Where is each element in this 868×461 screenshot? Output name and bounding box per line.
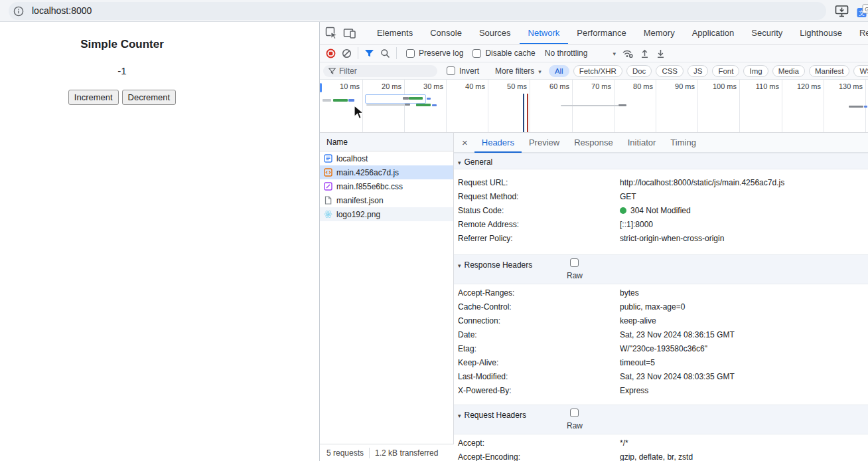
filter-chip-img[interactable]: Img xyxy=(743,65,768,77)
waterfall-bar-logo-wait xyxy=(849,106,863,108)
clear-network-log-icon[interactable] xyxy=(342,48,352,58)
request-name: logo192.png xyxy=(336,210,380,219)
filter-chip-js[interactable]: JS xyxy=(687,65,708,77)
timeline-tick: 50 ms xyxy=(490,82,527,90)
tab-elements[interactable]: Elements xyxy=(368,22,421,44)
filter-chip-font[interactable]: Font xyxy=(712,65,739,77)
header-key: Cache-Control: xyxy=(454,300,620,314)
tab-sources[interactable]: Sources xyxy=(470,22,520,44)
throttling-value: No throttling xyxy=(545,48,588,58)
export-har-icon[interactable] xyxy=(656,48,666,58)
increment-button[interactable]: Increment xyxy=(68,90,119,105)
tab-response[interactable]: Response xyxy=(567,133,620,152)
header-key: Accept-Encoding: xyxy=(454,450,620,461)
timeline-gridline xyxy=(782,80,782,133)
tab-initiator[interactable]: Initiator xyxy=(620,133,664,152)
send-to-device-icon[interactable] xyxy=(835,5,849,21)
general-section-header[interactable]: General xyxy=(454,153,868,169)
tab-memory[interactable]: Memory xyxy=(635,22,684,44)
address-bar[interactable] xyxy=(9,2,826,20)
filter-input[interactable] xyxy=(339,66,432,76)
filter-chip-fetchxhr[interactable]: Fetch/XHR xyxy=(573,65,622,77)
image-icon xyxy=(324,210,332,219)
import-har-icon[interactable] xyxy=(640,48,650,58)
url-text[interactable]: localhost:8000 xyxy=(32,5,92,16)
divider xyxy=(396,47,397,59)
details-tabbar: × Headers Preview Response Initiator Tim… xyxy=(454,133,868,153)
header-value: GET xyxy=(620,190,636,204)
column-header-name[interactable]: Name xyxy=(320,133,453,151)
network-overview-timeline[interactable]: 10 ms 20 ms 30 ms 40 ms 50 ms 60 ms 70 m… xyxy=(320,80,868,133)
record-network-log-icon[interactable] xyxy=(326,48,336,58)
timeline-tick: 30 ms xyxy=(406,82,443,90)
header-value: Sat, 23 Nov 2024 08:03:35 GMT xyxy=(620,370,735,384)
request-raw-checkbox[interactable] xyxy=(570,409,579,417)
request-row-manifest[interactable]: manifest.json xyxy=(320,193,453,207)
tab-preview[interactable]: Preview xyxy=(522,133,567,152)
browser-toolbar: localhost:8000 G文 xyxy=(0,0,868,22)
timeline-gridline xyxy=(404,80,405,133)
domcontentloaded-event-line xyxy=(523,94,524,132)
filter-chip-css[interactable]: CSS xyxy=(656,65,684,77)
header-row: Request Method:GET xyxy=(454,190,868,204)
device-toolbar-icon[interactable] xyxy=(343,27,356,39)
translate-icon[interactable]: G文 xyxy=(857,4,868,21)
header-row: Referrer Policy:strict-origin-when-cross… xyxy=(454,232,868,246)
filter-chip-media[interactable]: Media xyxy=(772,65,805,77)
request-row-localhost[interactable]: localhost xyxy=(320,151,453,165)
stylesheet-icon xyxy=(324,182,332,191)
response-raw-checkbox[interactable] xyxy=(570,258,579,267)
request-row-maincss[interactable]: main.f855e6bc.css xyxy=(320,179,453,193)
preserve-log-checkbox[interactable] xyxy=(406,49,415,58)
disable-cache-checkbox[interactable] xyxy=(472,49,481,58)
filter-icon[interactable] xyxy=(364,49,374,58)
tab-security[interactable]: Security xyxy=(743,22,791,44)
transferred-size: 1.2 kB transferred xyxy=(375,448,438,458)
response-headers-section-header[interactable]: Response Headers Raw xyxy=(454,254,868,284)
filter-chip-ws[interactable]: WS xyxy=(853,65,868,77)
waterfall-bar-css-ttfb xyxy=(416,104,431,106)
filter-chip-doc[interactable]: Doc xyxy=(626,65,652,77)
tab-headers[interactable]: Headers xyxy=(474,133,522,153)
request-headers-section-header[interactable]: Request Headers Raw xyxy=(454,405,868,434)
header-row: Date:Sat, 23 Nov 2024 08:36:15 GMT xyxy=(454,328,868,342)
header-key: Referrer Policy: xyxy=(454,232,620,246)
tab-network[interactable]: Network xyxy=(520,22,569,45)
throttling-dropdown[interactable]: No throttling xyxy=(545,48,616,58)
more-filters-dropdown[interactable]: More filters xyxy=(495,66,542,76)
request-row-mainjs[interactable]: main.4256ac7d.js xyxy=(320,165,453,179)
site-info-icon[interactable] xyxy=(13,6,24,19)
timeline-tick: 60 ms xyxy=(532,82,569,90)
tab-performance[interactable]: Performance xyxy=(568,22,634,44)
header-key: Last-Modified: xyxy=(454,370,620,384)
waterfall-bar-css-queue xyxy=(366,104,405,106)
network-conditions-icon[interactable] xyxy=(622,48,634,58)
header-key: Request Method: xyxy=(454,190,620,204)
invert-filter-checkbox[interactable] xyxy=(447,66,455,75)
timeline-tick: 40 ms xyxy=(448,82,485,90)
counter-value: -1 xyxy=(0,65,244,76)
chevron-down-icon xyxy=(454,157,465,167)
decrement-button[interactable]: Decrement xyxy=(122,90,177,105)
header-value: public, max-age=0 xyxy=(620,300,685,314)
tab-recorder[interactable]: Recorder xyxy=(851,22,868,44)
tab-console[interactable]: Console xyxy=(421,22,470,44)
inspect-element-icon[interactable] xyxy=(325,27,338,39)
status-ok-dot xyxy=(620,207,626,214)
header-key: Connection: xyxy=(454,314,620,328)
tab-lighthouse[interactable]: Lighthouse xyxy=(791,22,851,44)
filter-chip-all[interactable]: All xyxy=(549,65,569,77)
waterfall-bar-css-download xyxy=(432,104,437,106)
overview-left-handle[interactable] xyxy=(320,83,322,92)
tab-timing[interactable]: Timing xyxy=(663,133,703,152)
timeline-tick: 20 ms xyxy=(364,82,401,90)
timeline-gridline xyxy=(739,80,740,133)
divider xyxy=(369,448,370,458)
header-key: Date: xyxy=(454,328,620,342)
chevron-down-icon xyxy=(454,260,465,270)
filter-chip-manifest[interactable]: Manifest xyxy=(809,65,849,77)
request-row-logo[interactable]: logo192.png xyxy=(320,207,453,221)
tab-application[interactable]: Application xyxy=(684,22,743,44)
search-icon[interactable] xyxy=(380,48,390,58)
close-icon[interactable]: × xyxy=(462,134,468,152)
